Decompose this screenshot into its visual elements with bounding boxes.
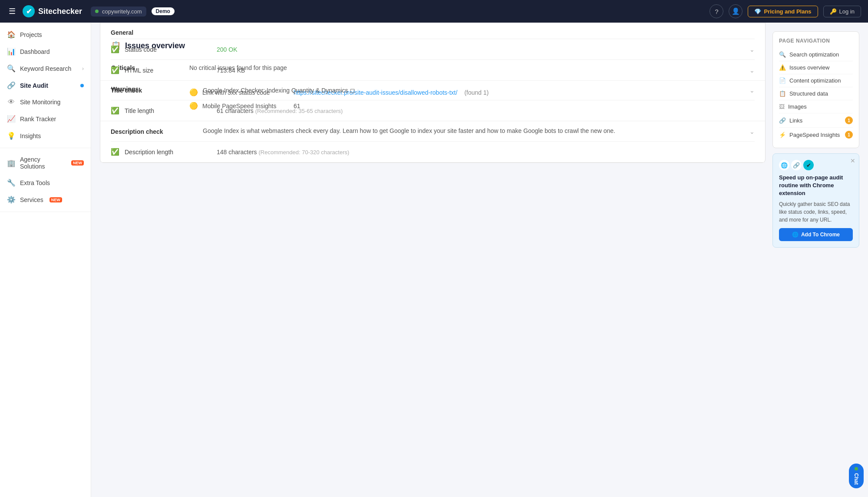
main-content: 📋 Issues overview Criticals No critical … — [100, 31, 766, 488]
link-circle-icon: 🔗 — [791, 160, 802, 170]
sidebar-label-rank-tracker: Rank Tracker — [20, 116, 56, 123]
home-icon: 🏠 — [7, 30, 16, 39]
site-status-dot — [95, 10, 99, 13]
sidebar-label-site-monitoring: Site Monitoring — [20, 99, 60, 106]
agency-icon: 🏢 — [7, 159, 16, 167]
nav-item-content-optimization[interactable]: 📄 Content optimization — [779, 74, 853, 87]
logo-icon: ✔ — [23, 5, 35, 17]
description-length-value: 148 characters (Recommended: 70-320 char… — [217, 149, 755, 156]
site-selector[interactable]: copywritely.com — [91, 7, 146, 17]
sidebar-item-agency-solutions[interactable]: 🏢 Agency Solutions NEW — [0, 152, 91, 174]
chrome-circle-icon: 🌐 — [779, 160, 789, 170]
description-check-value: Google Index is what webmasters check ev… — [203, 127, 744, 134]
content-area: 📋 Issues overview Criticals No critical … — [91, 23, 868, 497]
sidebar-label-insights: Insights — [20, 133, 41, 139]
nav-label-images: Images — [788, 103, 807, 110]
sidebar-item-insights[interactable]: 💡 Insights — [0, 127, 91, 144]
nav-item-links[interactable]: 🔗 Links 1 — [779, 113, 853, 128]
sidebar-item-rank-tracker[interactable]: 📈 Rank Tracker — [0, 110, 91, 127]
issues-overview-icon: ⚠️ — [779, 64, 786, 71]
chrome-promo-card: ✕ 🌐 🔗 ✔ Speed up on-page audit routine w… — [772, 153, 859, 248]
site-name: copywritely.com — [102, 8, 142, 15]
sidebar-item-site-monitoring[interactable]: 👁 Site Monitoring — [0, 94, 91, 110]
promo-description: Quickly gather basic SEO data like statu… — [779, 200, 853, 224]
nav-item-images[interactable]: 🖼 Images — [779, 100, 853, 113]
sidebar-label-services: Services — [20, 196, 43, 203]
sidebar-item-extra-tools[interactable]: 🔧 Extra Tools — [0, 174, 91, 191]
sidebar-item-site-audit[interactable]: 🔗 Site Audit — [0, 77, 91, 94]
description-length-check-icon: ✅ — [111, 148, 119, 156]
description-check-chevron[interactable]: ⌄ — [749, 127, 755, 135]
help-button[interactable]: ? — [710, 4, 723, 18]
sidebar-item-projects[interactable]: 🏠 Projects — [0, 26, 91, 43]
services-new-badge: NEW — [50, 197, 62, 202]
status-code-value: 200 OK — [217, 46, 744, 53]
pricing-label: Pricing and Plans — [764, 8, 811, 15]
user-add-button[interactable]: 👤 — [729, 4, 743, 18]
sidebar-section-main: 🏠 Projects 📊 Dashboard 🔍 Keyword Researc… — [0, 23, 91, 148]
status-code-label: Status code — [125, 46, 211, 53]
description-length-row: ✅ Description length 148 characters (Rec… — [111, 142, 755, 162]
html-size-chevron[interactable]: ⌄ — [749, 67, 755, 74]
chevron-icon: › — [82, 66, 84, 72]
nav-item-structured-data[interactable]: 📋 Structured data — [779, 87, 853, 100]
monitoring-icon: 👁 — [7, 98, 16, 106]
links-badge: 1 — [845, 116, 853, 124]
promo-title: Speed up on-page audit routine with Chro… — [779, 174, 853, 198]
description-check-header-row: Description check Google Index is what w… — [111, 121, 755, 142]
nav-label-content-optimization: Content optimization — [789, 77, 841, 84]
nav-label-structured-data: Structured data — [789, 90, 828, 97]
links-icon: 🔗 — [779, 117, 786, 124]
general-group: General ✅ Status code 200 OK ⌄ ✅ HTML si… — [100, 23, 765, 81]
title-length-value: 61 characters (Recommended: 35-65 charac… — [217, 107, 755, 114]
pricing-button[interactable]: 💎 Pricing and Plans — [748, 6, 818, 17]
nav-item-pagespeed[interactable]: ⚡ PageSpeed Insights 1 — [779, 128, 853, 142]
sidebar-label-projects: Projects — [20, 31, 42, 38]
sidebar-item-dashboard[interactable]: 📊 Dashboard — [0, 43, 91, 60]
nav-item-search-optimization[interactable]: 🔍 Search optimization — [779, 48, 853, 61]
chat-online-dot — [855, 467, 858, 470]
sidebar-item-services[interactable]: ⚙️ Services NEW — [0, 191, 91, 208]
sidebar-label-dashboard: Dashboard — [20, 48, 50, 55]
pricing-icon: 💎 — [754, 8, 761, 15]
chat-button[interactable]: Chat — [849, 464, 864, 488]
nav-label-search-optimization: Search optimization — [789, 51, 839, 58]
description-check-group: Description check Google Index is what w… — [100, 121, 765, 162]
html-size-check-icon: ✅ — [111, 66, 119, 74]
sidebar-item-keyword-research[interactable]: 🔍 Keyword Research › — [0, 60, 91, 77]
pagespeed-icon: ⚡ — [779, 132, 786, 138]
title-length-check-icon: ✅ — [111, 106, 119, 115]
sidebar-label-site-audit: Site Audit — [20, 82, 48, 89]
site-audit-icon: 🔗 — [7, 81, 16, 89]
status-code-chevron[interactable]: ⌄ — [749, 46, 755, 53]
add-to-chrome-button[interactable]: 🌐 Add To Chrome — [779, 228, 853, 241]
keyword-icon: 🔍 — [7, 64, 16, 73]
tools-icon: 🔧 — [7, 179, 16, 187]
sidebar-label-agency-solutions: Agency Solutions — [20, 156, 65, 170]
nav-label-pagespeed: PageSpeed Insights — [789, 132, 840, 138]
pagespeed-badge: 1 — [845, 131, 853, 139]
search-opt-icon: 🔍 — [779, 51, 786, 58]
insights-icon: 💡 — [7, 132, 16, 140]
top-header: ☰ ✔ Sitechecker copywritely.com Demo ? 👤… — [0, 0, 868, 23]
nav-item-issues-overview[interactable]: ⚠️ Issues overview — [779, 61, 853, 74]
sidebar-section-extra: 🏢 Agency Solutions NEW 🔧 Extra Tools ⚙️ … — [0, 148, 91, 212]
agency-new-badge: NEW — [71, 160, 84, 166]
description-check-label: Description check — [111, 127, 198, 135]
hamburger-button[interactable]: ☰ — [7, 5, 17, 18]
content-opt-icon: 📄 — [779, 77, 786, 84]
page-nav-title: Page navigation — [779, 38, 853, 44]
nav-label-issues-overview: Issues overview — [789, 64, 829, 71]
chrome-btn-label: Add To Chrome — [801, 232, 840, 238]
html-size-value: 713.84 KB — [217, 67, 744, 74]
html-size-row: ✅ HTML size 713.84 KB ⌄ — [111, 60, 755, 80]
promo-close-button[interactable]: ✕ — [850, 157, 855, 164]
sitechecker-circle-icon: ✔ — [803, 160, 814, 170]
html-size-label: HTML size — [125, 67, 211, 74]
login-button[interactable]: 🔑 Log in — [823, 6, 861, 17]
structured-data-icon: 📋 — [779, 90, 786, 97]
title-check-chevron[interactable]: ⌄ — [749, 87, 755, 94]
promo-icons: 🌐 🔗 ✔ — [779, 160, 853, 170]
status-code-check-icon: ✅ — [111, 45, 119, 53]
page-navigation-card: Page navigation 🔍 Search optimization ⚠️… — [772, 31, 859, 148]
